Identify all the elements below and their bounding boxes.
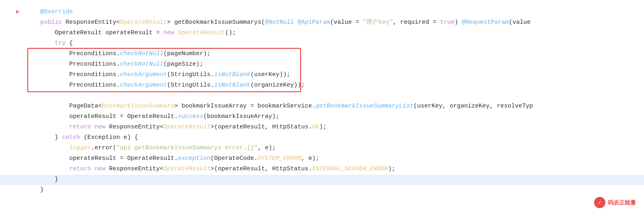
code-token: (value = [330,19,363,26]
code-token: return [69,165,91,172]
code-token: ); [388,165,395,172]
code-token: ResponseEntity< [105,124,163,130]
code-line: } catch (Exception e) { [0,133,644,143]
code-token [91,165,95,172]
line-content: return new ResponseEntity<OperateResult>… [24,122,644,132]
code-token: @NotNull [265,19,294,26]
code-token: checkNotNull [120,61,163,68]
code-token: "用户key" [363,19,393,26]
code-line [0,91,644,101]
code-line: Preconditions.checkArgument(StringUtils.… [0,70,644,81]
code-token: > bookmarkIssueArray = bookmarkService. [174,103,316,110]
code-token: getBookmarkIssueSummaryList [316,103,413,110]
line-content: operateResult = OperateResult.success(bo… [24,112,644,122]
code-token [26,40,55,47]
line-content: return new ResponseEntity<OperateResult>… [24,164,644,174]
code-token: (pageSize); [163,61,203,68]
line-content: Preconditions.checkArgument(StringUtils.… [24,81,644,90]
code-token: } [26,186,44,193]
line-content: logger.error("api getBookmarkIssueSummar… [24,143,644,153]
watermark: ✓ 码农正能量 [594,197,636,208]
line-content: } [24,185,644,195]
code-token [26,19,40,26]
code-token: try [55,40,66,47]
line-content: Preconditions.checkArgument(StringUtils.… [24,70,644,80]
code-token: (userKey, organizeKey, resolveTyp [413,103,533,110]
code-token: new [95,124,105,130]
code-token [174,29,178,36]
code-token: } [26,134,62,141]
code-token: new [163,29,174,36]
code-token: Preconditions. [26,71,120,78]
code-token: public [40,19,62,26]
code-token: (Exception e) { [80,134,138,141]
code-token: ResponseEntity< [62,19,120,26]
code-line: return new ResponseEntity<OperateResult>… [0,164,644,175]
code-line: return new ResponseEntity<OperateResult>… [0,122,644,133]
code-line: try { [0,39,644,49]
code-line: public ResponseEntity<OperateResult> get… [0,18,644,28]
code-container: ▶ @Override public ResponseEntity<Operat… [0,0,644,213]
code-line: PageData<BookmarkIssueSummary> bookmarkI… [0,101,644,112]
code-token: new [95,165,105,172]
line-content: OperateResult operateResult = new Operat… [24,28,644,38]
code-token: OperateResult [163,165,211,172]
code-token: exception [178,155,211,162]
code-token: ); [319,124,326,130]
code-token: isNotBlank [214,82,250,89]
line-arrow: ▶ [16,7,24,16]
code-token: success [178,113,203,120]
code-token: OperateResult [163,124,211,130]
code-token: INTERNAL_SERVER_ERROR [312,165,388,172]
code-token: (pageNumber); [163,50,211,57]
watermark-icon: ✓ [594,197,605,208]
code-token: catch [62,134,80,141]
code-token: OK [312,124,319,130]
line-content: @Override [24,7,644,17]
code-token: >(operateResult, HttpStatus. [211,165,312,172]
line-content: operateResult = OperateResult.exception(… [24,154,644,163]
code-token: "api getBookmarkIssueSummarys error.{}" [116,145,258,151]
code-line: logger.error("api getBookmarkIssueSummar… [0,143,644,154]
code-line: operateResult = OperateResult.exception(… [0,154,644,164]
code-token: .error( [91,145,116,151]
code-token: isNotBlank [214,71,250,78]
code-token: , e); [258,145,276,151]
code-token [91,124,95,130]
line-content: try { [24,39,644,48]
code-token: BookmarkIssueSummary [102,103,174,110]
line-content: public ResponseEntity<OperateResult> get… [24,18,644,27]
watermark-text: 码农正能量 [608,198,636,207]
code-token: @Override [26,8,73,15]
code-token: return [69,124,91,130]
code-line: Preconditions.checkNotNull(pageNumber); [0,49,644,60]
code-token [26,165,69,172]
code-token: (); [225,29,236,36]
line-content: Preconditions.checkNotNull(pageNumber); [24,49,644,59]
code-token [294,19,297,26]
code-token: (OperateCode. [211,155,258,162]
code-line: Preconditions.checkNotNull(pageSize); [0,60,644,70]
code-token [26,124,69,130]
code-token: (bookmarkIssueArray); [203,113,279,120]
code-token: checkArgument [120,82,167,89]
code-token: } [26,176,58,183]
code-token: operateResult = OperateResult. [26,155,178,162]
code-token: OperateResult [120,19,167,26]
code-token: (value [509,19,530,26]
code-line: } [0,175,644,185]
line-content: } [24,175,644,184]
code-token: true [440,19,454,26]
line-content: PageData<BookmarkIssueSummary> bookmarkI… [24,101,644,111]
code-token [26,145,69,151]
code-token: Preconditions. [26,50,120,57]
code-token: (organizeKey)); [250,82,305,89]
code-line: ▶ @Override [0,7,644,18]
code-token: checkArgument [120,71,167,78]
code-token: > getBookmarkIssueSummarys( [167,19,265,26]
code-line: } [0,185,644,196]
code-token: logger [69,145,91,151]
code-token: (StringUtils. [167,71,214,78]
line-content: Preconditions.checkNotNull(pageSize); [24,60,644,69]
code-token: (StringUtils. [167,82,214,89]
